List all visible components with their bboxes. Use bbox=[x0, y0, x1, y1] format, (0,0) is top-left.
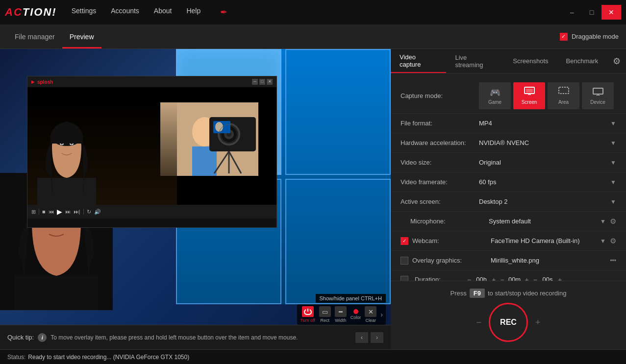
maximize-button[interactable]: □ bbox=[582, 5, 601, 20]
quick-tip-bar: Quick tip: i To move overlay item, pleas… bbox=[0, 325, 391, 349]
settings-gear-button[interactable]: ⚙ bbox=[607, 51, 626, 71]
rec-minus-left[interactable]: − bbox=[476, 317, 481, 328]
nav-help[interactable]: Help bbox=[186, 7, 200, 18]
main-content: ▶ splosh ─ □ ✕ bbox=[0, 49, 626, 349]
microphone-gear-button[interactable]: ⚙ bbox=[610, 217, 616, 226]
rec-plus-right[interactable]: + bbox=[535, 317, 541, 328]
file-format-select[interactable]: MP4 ▼ bbox=[479, 120, 616, 127]
player-end-btn[interactable]: ⏭| bbox=[74, 209, 80, 215]
width-button[interactable]: ━ Width bbox=[335, 306, 347, 323]
nav-menu: Settings Accounts About Help ✒ bbox=[72, 7, 562, 18]
tab-benchmark[interactable]: Benchmark bbox=[557, 49, 607, 73]
turnoff-button[interactable]: Turn off bbox=[300, 306, 315, 323]
file-format-row: File format: MP4 ▼ bbox=[391, 114, 626, 133]
player-grid-btn[interactable]: ⊞ bbox=[31, 209, 36, 215]
duration-seconds-minus[interactable]: − bbox=[532, 276, 538, 281]
tab-video-capture[interactable]: Video capture bbox=[391, 49, 446, 73]
overlay-value: Mirillis_white.png bbox=[491, 257, 610, 264]
player-minimize[interactable]: ─ bbox=[252, 79, 258, 85]
player-titlebar: ▶ splosh ─ □ ✕ bbox=[27, 76, 276, 87]
microphone-select[interactable]: System default ▼ bbox=[489, 218, 606, 225]
video-size-select[interactable]: Original ▼ bbox=[479, 159, 616, 166]
player-prev-btn[interactable]: ⏮ bbox=[49, 209, 54, 215]
player-stop-btn[interactable]: ■ bbox=[42, 209, 46, 215]
webcam-checkbox[interactable]: ✓ bbox=[401, 237, 408, 245]
clear-label: Clear bbox=[366, 318, 376, 323]
duration-seconds-control: − 00s + bbox=[532, 276, 563, 281]
capture-area-button[interactable]: Area bbox=[548, 82, 579, 109]
statusbar: Status: Ready to start video recording..… bbox=[0, 349, 626, 364]
capture-device-button[interactable]: Device bbox=[582, 82, 614, 109]
player-volume-btn[interactable]: 🔊 bbox=[94, 209, 101, 215]
player-play-btn[interactable]: ▶ bbox=[57, 208, 62, 216]
duration-hours-value: 00h bbox=[474, 276, 489, 281]
nav-accounts[interactable]: Accounts bbox=[111, 7, 139, 18]
rec-button[interactable]: REC bbox=[489, 303, 528, 342]
quick-tip-title: Quick tip: bbox=[7, 334, 34, 341]
duration-hours-minus[interactable]: − bbox=[466, 276, 472, 281]
tab-preview[interactable]: Preview bbox=[62, 24, 101, 49]
video-framerate-value: 60 fps bbox=[479, 178, 608, 186]
duration-seconds-plus[interactable]: + bbox=[557, 276, 563, 281]
duration-hours-control: − 00h + bbox=[466, 276, 497, 281]
rec-press-label: Press bbox=[451, 290, 467, 297]
hw-accel-select[interactable]: NVIDIA® NVENC ▼ bbox=[479, 139, 616, 146]
pen-icon: ✒ bbox=[220, 7, 227, 18]
duration-minutes-control: − 00m + bbox=[499, 276, 529, 281]
active-screen-select[interactable]: Desktop 2 ▼ bbox=[479, 198, 616, 205]
minimize-button[interactable]: – bbox=[562, 5, 582, 20]
width-label: Width bbox=[335, 318, 346, 323]
tab-screenshots[interactable]: Screenshots bbox=[504, 49, 557, 73]
video-framerate-select[interactable]: 60 fps ▼ bbox=[479, 178, 616, 186]
player-maximize[interactable]: □ bbox=[259, 79, 265, 85]
status-text: Ready to start video recording... (NVIDI… bbox=[28, 354, 189, 361]
microphone-arrow: ▼ bbox=[600, 218, 606, 225]
overlay-checkbox[interactable] bbox=[401, 257, 408, 265]
svg-rect-31 bbox=[528, 94, 531, 95]
tip-prev-button[interactable]: ‹ bbox=[355, 332, 368, 343]
settings-content: Capture mode: 🎮 Game Screen bbox=[391, 73, 626, 281]
color-button[interactable]: Color bbox=[351, 309, 361, 320]
player-close[interactable]: ✕ bbox=[267, 79, 273, 85]
active-screen-row: Active screen: Desktop 2 ▼ bbox=[391, 192, 626, 212]
close-button[interactable]: ✕ bbox=[601, 5, 621, 20]
svg-rect-30 bbox=[526, 89, 533, 93]
color-label: Color bbox=[351, 315, 361, 320]
svg-rect-32 bbox=[559, 87, 569, 94]
duration-minutes-minus[interactable]: − bbox=[499, 276, 505, 281]
overlay-select[interactable]: Mirillis_white.png ••• bbox=[491, 257, 616, 264]
duration-seconds-value: 00s bbox=[540, 276, 555, 281]
tab-live-streaming[interactable]: Live streaming bbox=[446, 49, 504, 73]
tip-next-button[interactable]: › bbox=[371, 332, 383, 343]
file-format-label: File format: bbox=[401, 120, 479, 127]
microphone-value: System default bbox=[489, 218, 598, 225]
nav-about[interactable]: About bbox=[154, 7, 172, 18]
webcam-select[interactable]: FaceTime HD Camera (Built-in) ▼ bbox=[491, 237, 606, 244]
capture-mode-label: Capture mode: bbox=[401, 92, 479, 99]
width-icon: ━ bbox=[335, 306, 347, 317]
screen-label: Screen bbox=[522, 99, 537, 105]
player-refresh-btn[interactable]: ↻ bbox=[87, 209, 91, 215]
toolbar-more-arrow[interactable]: › bbox=[380, 311, 383, 318]
device-label: Device bbox=[590, 99, 605, 105]
duration-hours-plus[interactable]: + bbox=[491, 276, 497, 281]
rect-button[interactable]: ▭ Rect bbox=[319, 306, 331, 323]
draggable-mode-checkbox[interactable]: ✓ bbox=[560, 33, 568, 41]
duration-minutes-plus[interactable]: + bbox=[524, 276, 530, 281]
toolbar-tooltip: Show/hide panel CTRL+H bbox=[316, 294, 386, 303]
capture-screen-button[interactable]: Screen bbox=[513, 82, 545, 109]
capture-mode-row: Capture mode: 🎮 Game Screen bbox=[391, 78, 626, 114]
capture-game-button[interactable]: 🎮 Game bbox=[479, 82, 511, 109]
window-controls: – □ ✕ bbox=[562, 5, 621, 20]
rec-hint-text: to start/stop video recording bbox=[488, 290, 566, 297]
tabbar: File manager Preview ✓ Draggable mode bbox=[0, 24, 626, 49]
capture-modes: 🎮 Game Screen Area bbox=[479, 82, 616, 109]
nav-settings[interactable]: Settings bbox=[72, 7, 97, 18]
player-next-btn[interactable]: ⏭ bbox=[65, 209, 71, 215]
woman-svg bbox=[37, 107, 96, 205]
duration-checkbox[interactable] bbox=[401, 276, 408, 281]
tab-file-manager[interactable]: File manager bbox=[7, 24, 62, 49]
duration-label: Duration: bbox=[415, 276, 464, 281]
webcam-gear-button[interactable]: ⚙ bbox=[610, 237, 616, 245]
clear-button[interactable]: ✕ Clear bbox=[365, 306, 376, 323]
